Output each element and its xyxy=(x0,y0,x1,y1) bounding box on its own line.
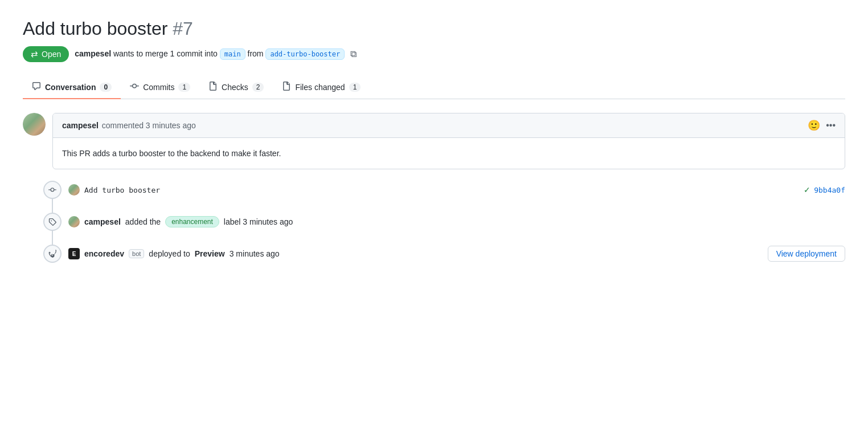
tab-commits[interactable]: Commits 1 xyxy=(121,76,199,99)
comment-action-text: commented 3 minutes ago xyxy=(102,121,196,130)
pr-meta-description: campesel wants to merge 1 commit into ma… xyxy=(75,48,345,60)
pr-title: Add turbo booster #7 xyxy=(23,18,845,39)
pr-author[interactable]: campesel xyxy=(75,49,111,58)
commit-check-icon: ✓ xyxy=(804,185,810,194)
deployment-timeline-item: E encoredev bot deployed to Preview 3 mi… xyxy=(52,245,845,263)
commit-message[interactable]: Add turbo booster xyxy=(84,186,160,194)
commit-full-row: Add turbo booster ✓ 9bb4a0f xyxy=(68,184,845,196)
tab-conversation-label: Conversation xyxy=(45,83,96,92)
status-badge: ⇄ Open xyxy=(23,46,69,62)
deploy-icon-wrap xyxy=(43,245,62,263)
tab-checks-label: Checks xyxy=(222,83,248,92)
deploy-actor-name[interactable]: encoredev xyxy=(84,249,124,258)
pr-meta: ⇄ Open campesel wants to merge 1 commit … xyxy=(23,46,845,62)
comment-header-left: campesel commented 3 minutes ago xyxy=(62,121,196,130)
deploy-time: 3 minutes ago xyxy=(230,249,280,258)
checks-icon xyxy=(208,82,218,92)
label-event-author[interactable]: campesel xyxy=(84,217,121,226)
comment-body: This PR adds a turbo booster to the back… xyxy=(53,138,845,169)
copy-branch-icon[interactable]: ⧉ xyxy=(350,49,357,59)
comment-container: campesel commented 3 minutes ago 🙂 ••• T… xyxy=(23,113,845,169)
pr-title-text: Add turbo booster xyxy=(23,18,167,39)
commenter-name[interactable]: campesel xyxy=(62,121,99,130)
tab-conversation[interactable]: Conversation 0 xyxy=(23,76,121,99)
comment-body-text: This PR adds a turbo booster to the back… xyxy=(62,149,281,158)
deploy-action: deployed to xyxy=(149,249,190,258)
conversation-icon xyxy=(32,82,41,92)
commit-author-avatar xyxy=(68,184,80,196)
timeline-line-1 xyxy=(52,199,53,213)
head-branch-tag[interactable]: add-turbo-booster xyxy=(265,48,345,60)
tab-checks[interactable]: Checks 2 xyxy=(199,76,273,99)
label-event-suffix: label 3 minutes ago xyxy=(224,217,293,226)
commit-timeline-item: Add turbo booster ✓ 9bb4a0f xyxy=(52,181,845,199)
status-text: Open xyxy=(42,50,61,59)
commits-icon xyxy=(130,82,139,92)
tab-commits-label: Commits xyxy=(143,83,174,92)
commit-hash-wrap: ✓ 9bb4a0f xyxy=(804,185,845,194)
pr-number: #7 xyxy=(173,18,193,39)
tabs-bar: Conversation 0 Commits 1 Checks 2 Files … xyxy=(23,76,845,99)
commit-content: Add turbo booster ✓ 9bb4a0f xyxy=(68,181,845,196)
merge-icon: ⇄ xyxy=(31,49,38,59)
commit-icon-wrap xyxy=(43,181,62,199)
deploy-target: Preview xyxy=(195,249,225,258)
tab-conversation-count: 0 xyxy=(100,83,112,92)
label-icon-wrap xyxy=(43,213,62,231)
deploy-content: E encoredev bot deployed to Preview 3 mi… xyxy=(68,246,845,262)
tab-files-changed-count: 1 xyxy=(349,83,361,92)
enhancement-badge[interactable]: enhancement xyxy=(165,216,219,227)
commit-hash[interactable]: 9bb4a0f xyxy=(814,186,845,194)
base-branch-tag[interactable]: main xyxy=(220,48,245,60)
tab-checks-count: 2 xyxy=(252,83,264,92)
deploy-actor-avatar: E xyxy=(68,248,80,259)
emoji-reaction-icon[interactable]: 🙂 xyxy=(808,119,820,132)
timeline: Add turbo booster ✓ 9bb4a0f campesel add… xyxy=(52,181,845,263)
comment-header: campesel commented 3 minutes ago 🙂 ••• xyxy=(53,113,845,138)
tab-files-changed[interactable]: Files changed 1 xyxy=(273,76,370,99)
view-deployment-button[interactable]: View deployment xyxy=(768,246,845,262)
label-content: campesel added the enhancement label 3 m… xyxy=(68,213,845,227)
label-event-action: added the xyxy=(125,217,161,226)
pr-meta-static: wants to merge 1 commit into xyxy=(113,49,220,58)
label-timeline-item: campesel added the enhancement label 3 m… xyxy=(52,213,845,231)
tab-commits-count: 1 xyxy=(178,83,190,92)
label-event-avatar xyxy=(68,216,80,227)
files-changed-icon xyxy=(282,82,291,92)
tab-files-changed-label: Files changed xyxy=(295,83,345,92)
comment-more-options-icon[interactable]: ••• xyxy=(826,120,836,131)
commenter-avatar xyxy=(23,113,46,136)
bot-badge: bot xyxy=(129,249,144,258)
timeline-line-2 xyxy=(52,231,53,245)
comment-box: campesel commented 3 minutes ago 🙂 ••• T… xyxy=(52,113,845,169)
comment-header-right: 🙂 ••• xyxy=(808,119,836,132)
